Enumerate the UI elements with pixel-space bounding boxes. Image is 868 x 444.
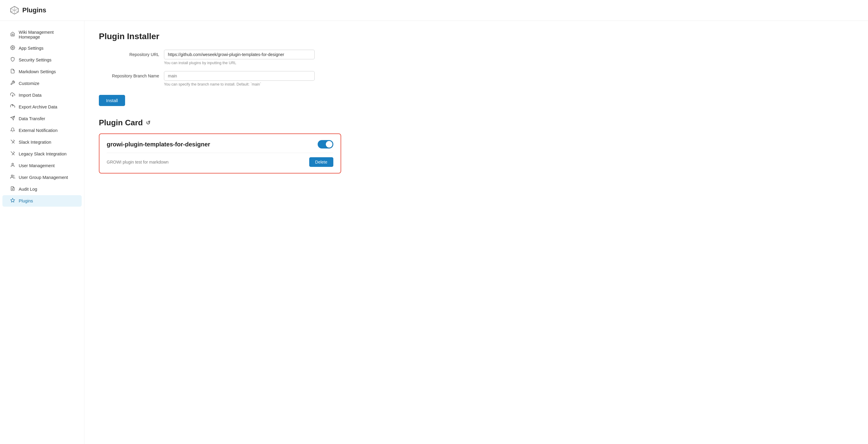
- sidebar-item-label-slack-integration: Slack Integration: [19, 140, 51, 145]
- app-header: Plugins: [0, 0, 868, 21]
- markdown-settings-icon: [10, 69, 16, 75]
- external-notification-icon: [10, 127, 16, 133]
- repository-branch-group: Repository Branch Name You can specify t…: [99, 71, 341, 87]
- plugin-card-header: growi-plugin-templates-for-designer: [107, 140, 333, 153]
- plugin-card: growi-plugin-templates-for-designer GROW…: [99, 133, 341, 173]
- import-data-icon: [10, 92, 16, 98]
- toggle-slider: [318, 140, 333, 149]
- svg-point-8: [11, 175, 13, 177]
- data-transfer-icon: [10, 116, 16, 122]
- repository-branch-hint: You can specify the branch name to insta…: [164, 82, 315, 87]
- sidebar-item-label-legacy-slack-integration: Legacy Slack Integration: [19, 152, 67, 156]
- sidebar-item-user-management[interactable]: User Management: [2, 160, 82, 171]
- audit-log-icon: [10, 186, 16, 192]
- sidebar-item-label-external-notification: External Notification: [19, 128, 58, 133]
- repository-url-label: Repository URL: [99, 50, 159, 57]
- plugin-card-body: GROWI plugin test for markdown Delete: [107, 157, 333, 167]
- sidebar-item-wiki-management-homepage[interactable]: Wiki Management Homepage: [2, 27, 82, 42]
- sidebar-item-label-customize: Customize: [19, 81, 39, 86]
- delete-button[interactable]: Delete: [309, 157, 333, 167]
- slack-integration-icon: [10, 139, 16, 145]
- plugin-card-section-title: Plugin Card ↺: [99, 118, 341, 127]
- repository-url-group: Repository URL You can install plugins b…: [99, 50, 341, 65]
- svg-marker-11: [10, 198, 14, 202]
- plugin-toggle[interactable]: [318, 140, 333, 149]
- repository-branch-label: Repository Branch Name: [99, 71, 159, 78]
- sidebar-item-customize[interactable]: Customize: [2, 78, 82, 89]
- app-settings-icon: [10, 45, 16, 51]
- sidebar-item-legacy-slack-integration[interactable]: Legacy Slack Integration: [2, 148, 82, 160]
- sidebar-item-label-export-archive-data: Export Archive Data: [19, 104, 57, 109]
- plugin-card-title-text: Plugin Card: [99, 118, 143, 127]
- sidebar-item-app-settings[interactable]: App Settings: [2, 42, 82, 54]
- sidebar-item-security-settings[interactable]: Security Settings: [2, 54, 82, 66]
- page-title: Plugin Installer: [99, 32, 341, 41]
- user-group-management-icon: [10, 175, 16, 181]
- repository-url-input-wrap: You can install plugins by inputting the…: [164, 50, 315, 65]
- main-content: Plugin Installer Repository URL You can …: [84, 21, 355, 444]
- plugins-icon: [10, 198, 16, 204]
- legacy-slack-integration-icon: [10, 151, 16, 157]
- sidebar-item-label-markdown-settings: Markdown Settings: [19, 69, 56, 74]
- sidebar-item-export-archive-data[interactable]: Export Archive Data: [2, 101, 82, 113]
- app-title: Plugins: [22, 6, 46, 14]
- svg-point-7: [12, 163, 13, 165]
- sidebar-item-import-data[interactable]: Import Data: [2, 90, 82, 101]
- sidebar-item-label-user-group-management: User Group Management: [19, 175, 68, 180]
- plugin-description: GROWI plugin test for markdown: [107, 160, 168, 164]
- plugin-name: growi-plugin-templates-for-designer: [107, 141, 210, 148]
- sidebar-item-plugins[interactable]: Plugins: [2, 195, 82, 207]
- user-management-icon: [10, 163, 16, 169]
- repository-url-hint: You can install plugins by inputting the…: [164, 61, 315, 65]
- customize-icon: [10, 81, 16, 87]
- install-button[interactable]: Install: [99, 95, 125, 106]
- sidebar-item-label-import-data: Import Data: [19, 93, 41, 98]
- sidebar-item-label-audit-log: Audit Log: [19, 187, 37, 192]
- refresh-icon[interactable]: ↺: [146, 120, 150, 126]
- sidebar: Wiki Management HomepageApp SettingsSecu…: [0, 21, 84, 444]
- svg-point-0: [12, 47, 13, 48]
- sidebar-item-label-plugins: Plugins: [19, 198, 33, 203]
- app-logo-icon: [10, 5, 19, 15]
- sidebar-item-external-notification[interactable]: External Notification: [2, 125, 82, 136]
- sidebar-item-audit-log[interactable]: Audit Log: [2, 184, 82, 195]
- sidebar-item-label-security-settings: Security Settings: [19, 58, 52, 62]
- repository-url-input[interactable]: [164, 50, 315, 59]
- sidebar-item-markdown-settings[interactable]: Markdown Settings: [2, 66, 82, 77]
- sidebar-item-slack-integration[interactable]: Slack Integration: [2, 136, 82, 148]
- sidebar-item-label-app-settings: App Settings: [19, 46, 43, 51]
- sidebar-item-label-data-transfer: Data Transfer: [19, 116, 45, 121]
- security-settings-icon: [10, 57, 16, 63]
- export-archive-data-icon: [10, 104, 16, 110]
- sidebar-item-user-group-management[interactable]: User Group Management: [2, 172, 82, 183]
- sidebar-item-label-wiki-management-homepage: Wiki Management Homepage: [19, 30, 74, 39]
- sidebar-item-data-transfer[interactable]: Data Transfer: [2, 113, 82, 124]
- repository-branch-input-wrap: You can specify the branch name to insta…: [164, 71, 315, 87]
- repository-branch-input[interactable]: [164, 71, 315, 81]
- wiki-management-homepage-icon: [10, 32, 16, 38]
- sidebar-item-label-user-management: User Management: [19, 163, 55, 168]
